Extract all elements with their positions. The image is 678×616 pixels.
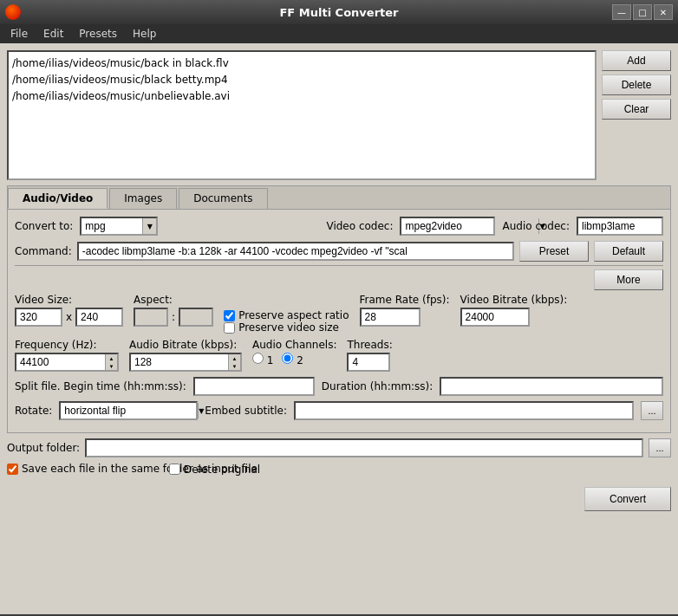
frequency-spin[interactable]: ▲ ▼ bbox=[15, 353, 119, 372]
browse-output-button[interactable]: ... bbox=[649, 438, 671, 457]
default-button[interactable]: Default bbox=[594, 241, 663, 262]
audio-codec-input[interactable] bbox=[578, 218, 678, 234]
audio-bitrate-input[interactable] bbox=[131, 354, 228, 370]
preserve-size-row: Preserve video size bbox=[224, 321, 339, 334]
frequency-group: Frequency (Hz): ▲ ▼ bbox=[15, 339, 119, 372]
codec-row: Convert to: ▼ Video codec: ▼ Audio codec… bbox=[15, 217, 663, 236]
menu-help[interactable]: Help bbox=[126, 26, 163, 42]
rotate-input[interactable] bbox=[61, 403, 198, 418]
audio-bitrate-spin[interactable]: ▲ ▼ bbox=[129, 353, 242, 372]
convert-row: Convert bbox=[7, 487, 671, 511]
tab-content: Convert to: ▼ Video codec: ▼ Audio codec… bbox=[8, 210, 670, 432]
options-row: Save each file in the same folder as inp… bbox=[7, 463, 671, 477]
convert-to-arrow[interactable]: ▼ bbox=[142, 218, 156, 234]
same-folder-label: Save each file in the same folder as inp… bbox=[22, 463, 152, 477]
size-aspect-row: Video Size: x Aspect: : bbox=[15, 294, 663, 334]
freq-down[interactable]: ▼ bbox=[106, 362, 117, 370]
embed-subtitle-label: Embed subtitle: bbox=[205, 405, 287, 417]
channel-2-radio[interactable] bbox=[282, 353, 293, 364]
aspect-w-box[interactable] bbox=[134, 308, 168, 327]
frequency-input[interactable] bbox=[16, 354, 105, 370]
same-folder-checkbox[interactable] bbox=[7, 464, 18, 475]
delete-button[interactable]: Delete bbox=[602, 75, 671, 95]
delete-original-checkbox[interactable] bbox=[169, 464, 180, 475]
duration-input[interactable] bbox=[440, 377, 663, 396]
frame-rate-input[interactable] bbox=[360, 308, 420, 327]
aspect-h-box[interactable] bbox=[179, 308, 213, 327]
video-height-input[interactable] bbox=[75, 308, 123, 327]
video-size-label: Video Size: bbox=[15, 294, 72, 306]
threads-group: Threads: bbox=[347, 339, 392, 372]
file-item-1: /home/ilias/videos/music/black betty.mp4 bbox=[12, 72, 591, 88]
command-label: Command: bbox=[15, 245, 72, 257]
preserve-size-checkbox[interactable] bbox=[224, 322, 235, 334]
menu-file[interactable]: File bbox=[3, 26, 35, 42]
audio-row: Frequency (Hz): ▲ ▼ Audio Bitrate (kbps)… bbox=[15, 339, 663, 372]
same-folder-item: Save each file in the same folder as inp… bbox=[7, 463, 152, 477]
tab-images[interactable]: Images bbox=[109, 188, 177, 209]
tab-bar: Audio/Video Images Documents bbox=[8, 186, 670, 210]
duration-label: Duration (hh:mm:ss): bbox=[322, 380, 434, 392]
tab-documents[interactable]: Documents bbox=[179, 188, 267, 209]
preserve-group: Preserve aspect ratio Preserve video siz… bbox=[224, 309, 349, 334]
menu-presets[interactable]: Presets bbox=[72, 26, 124, 42]
preserve-aspect-row: Preserve aspect ratio bbox=[224, 309, 349, 321]
tabs-container: Audio/Video Images Documents Convert to:… bbox=[7, 185, 671, 433]
file-item-0: /home/ilias/videos/music/back in black.f… bbox=[12, 55, 591, 72]
rotate-embed-row: Rotate: ▼ Embed subtitle: ... bbox=[15, 401, 663, 420]
convert-button[interactable]: Convert bbox=[584, 487, 671, 511]
channel-1-radio[interactable] bbox=[252, 353, 264, 364]
video-codec-label: Video codec: bbox=[326, 220, 393, 232]
command-row: Command: Preset Default bbox=[15, 241, 663, 262]
embed-subtitle-input[interactable] bbox=[294, 401, 634, 420]
add-button[interactable]: Add bbox=[602, 50, 671, 71]
frequency-arrows: ▲ ▼ bbox=[105, 354, 117, 370]
video-bitrate-label: Video Bitrate (kbps): bbox=[460, 294, 568, 306]
preset-button[interactable]: Preset bbox=[519, 241, 589, 262]
menu-edit[interactable]: Edit bbox=[36, 26, 70, 42]
abr-down[interactable]: ▼ bbox=[229, 362, 240, 370]
clear-button[interactable]: Clear bbox=[602, 99, 671, 120]
window-controls: — □ ✕ bbox=[612, 4, 673, 20]
convert-to-label: Convert to: bbox=[15, 220, 73, 232]
colon-sep: : bbox=[172, 311, 175, 323]
preserve-aspect-checkbox[interactable] bbox=[224, 310, 235, 321]
threads-input[interactable] bbox=[347, 353, 390, 372]
output-folder-label: Output folder: bbox=[7, 442, 80, 454]
preserve-size-label: Preserve video size bbox=[238, 321, 339, 334]
frequency-label: Frequency (Hz): bbox=[15, 339, 97, 351]
rotate-combo[interactable]: ▼ bbox=[59, 401, 198, 420]
more-button[interactable]: More bbox=[594, 269, 663, 290]
app-icon bbox=[5, 4, 21, 20]
rotate-arrow[interactable]: ▼ bbox=[198, 403, 204, 418]
preserve-aspect-label: Preserve aspect ratio bbox=[238, 309, 349, 321]
tab-audio-video[interactable]: Audio/Video bbox=[8, 188, 108, 209]
frame-rate-group: Frame Rate (fps): bbox=[360, 294, 450, 327]
minimize-button[interactable]: — bbox=[612, 4, 631, 20]
aspect-group: Aspect: : bbox=[134, 294, 213, 327]
split-duration-row: Split file. Begin time (hh:mm:ss): Durat… bbox=[15, 377, 663, 396]
freq-up[interactable]: ▲ bbox=[106, 354, 117, 362]
video-bitrate-input[interactable] bbox=[460, 308, 530, 327]
browse-subtitle-button[interactable]: ... bbox=[641, 401, 663, 420]
channel-1-text: 1 bbox=[267, 354, 274, 366]
maximize-button[interactable]: □ bbox=[633, 4, 652, 20]
video-codec-combo[interactable]: ▼ bbox=[400, 217, 495, 236]
video-width-input[interactable] bbox=[15, 308, 62, 327]
menu-bar: File Edit Presets Help bbox=[0, 24, 678, 43]
file-list[interactable]: /home/ilias/videos/music/back in black.f… bbox=[7, 50, 597, 180]
split-file-input[interactable] bbox=[193, 377, 315, 396]
x-separator: x bbox=[66, 311, 72, 323]
command-input[interactable] bbox=[77, 242, 514, 261]
close-button[interactable]: ✕ bbox=[654, 4, 673, 20]
file-buttons: Add Delete Clear bbox=[602, 50, 671, 180]
output-row: Output folder: ... bbox=[7, 438, 671, 457]
audio-codec-combo[interactable]: ▼ bbox=[577, 217, 663, 236]
convert-to-input[interactable] bbox=[81, 218, 142, 234]
channel-2-text: 2 bbox=[297, 354, 303, 366]
more-btn-row: More bbox=[15, 269, 663, 290]
convert-to-combo[interactable]: ▼ bbox=[80, 217, 158, 236]
frame-rate-label: Frame Rate (fps): bbox=[360, 294, 450, 306]
abr-up[interactable]: ▲ bbox=[229, 354, 240, 362]
output-folder-input[interactable] bbox=[85, 438, 643, 457]
